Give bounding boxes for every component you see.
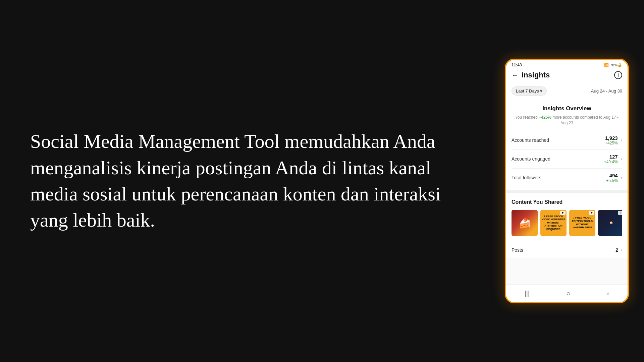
chevron-icon-3: › <box>621 175 622 181</box>
posts-label: Posts <box>512 247 523 253</box>
metric-value-block-2: 127 +49.4% <box>604 154 618 164</box>
thumbnails-row: ▶ 7 FREE STOCK VIDEO WEBSITES WITHOUT AT… <box>512 210 622 239</box>
date-filter-button[interactable]: Last 7 Days ▾ <box>512 86 547 96</box>
metric-label-accounts-reached: Accounts reached <box>512 137 549 143</box>
posts-value: 2 <box>615 247 618 253</box>
posts-chevron-icon: › <box>621 247 622 253</box>
status-icons: 📶 78%🔒 <box>604 63 622 67</box>
date-bar: Last 7 Days ▾ Aug 24 - Aug 30 <box>506 83 628 99</box>
page-title: Insights <box>522 71 614 79</box>
date-range-label: Aug 24 - Aug 30 <box>591 88 622 94</box>
metric-value-wrap-2: 127 +49.4% › <box>604 154 622 164</box>
thumb-badge-4: ○ <box>618 211 622 215</box>
insights-overview-section: Insights Overview You reached +425% more… <box>506 99 628 193</box>
thumbnail-1[interactable] <box>512 210 538 236</box>
phone-mockup: 11:43 📶 78%🔒 ← Insights i Last 7 Days ▾ … <box>505 59 629 303</box>
battery-text: 78%🔒 <box>610 63 622 67</box>
insights-overview-title: Insights Overview <box>512 105 622 112</box>
thumb-text-3: 7 FREE VIDEO EDITING TOOLS WITHOUT WATER… <box>569 215 595 230</box>
bottom-nav: ||| ○ ‹ <box>506 285 628 302</box>
nav-menu-icon[interactable]: ||| <box>519 288 535 299</box>
thumbnail-3[interactable]: ▶ 7 FREE VIDEO EDITING TOOLS WITHOUT WAT… <box>569 210 595 236</box>
metric-value-accounts-engaged: 127 <box>604 154 618 160</box>
thumb-badge-3: ▶ <box>589 211 594 215</box>
metric-change-total-followers: +5.5% <box>606 178 618 183</box>
subtitle-post: more accounts compared to Aug 17 - Aug 2… <box>551 115 619 125</box>
metric-row-accounts-reached[interactable]: Accounts reached 1,923 +425% › <box>512 131 622 149</box>
nav-home-icon[interactable]: ○ <box>561 288 576 299</box>
highlight-percent: +425% <box>539 115 551 120</box>
posts-row[interactable]: Posts 2 › <box>506 242 628 258</box>
content-shared-section: Content You Shared ▶ 7 FREE STOCK VIDEO … <box>506 193 628 242</box>
hero-text: Social Media Management Tool memudahkan … <box>30 128 483 233</box>
thumbnail-2[interactable]: ▶ 7 FREE STOCK VIDEO WEBSITES WITHOUT AT… <box>540 210 567 236</box>
app-header: ← Insights i <box>506 69 628 83</box>
chevron-icon-2: › <box>621 156 622 162</box>
metric-value-wrap-1: 1,923 +425% › <box>605 135 622 145</box>
info-button[interactable]: i <box>614 71 622 79</box>
thumb-text-4: 🍰 <box>608 220 614 226</box>
metric-value-wrap-3: 494 +5.5% › <box>606 173 622 183</box>
metric-change-accounts-engaged: +49.4% <box>604 160 618 164</box>
thumb-text-2: 7 FREE STOCK VIDEO WEBSITES WITHOUT ATTR… <box>540 214 567 232</box>
status-bar: 11:43 📶 78%🔒 <box>506 60 628 69</box>
thumb-badge-2: ▶ <box>560 211 566 215</box>
thumbnail-4[interactable]: ○ 🍰 <box>598 210 622 236</box>
metric-row-accounts-engaged[interactable]: Accounts engaged 127 +49.4% › <box>512 149 622 168</box>
overview-subtitle: You reached +425% more accounts compared… <box>512 115 622 126</box>
left-panel: Social Media Management Tool memudahkan … <box>0 102 503 260</box>
posts-value-wrap: 2 › <box>615 247 622 253</box>
metric-value-total-followers: 494 <box>606 173 618 178</box>
phone-body: Insights Overview You reached +425% more… <box>506 99 628 285</box>
nav-back-icon[interactable]: ‹ <box>602 288 615 299</box>
chevron-icon-1: › <box>621 137 622 143</box>
metric-value-block-1: 1,923 +425% <box>605 135 618 145</box>
status-time: 11:43 <box>512 63 522 67</box>
right-panel: 11:43 📶 78%🔒 ← Insights i Last 7 Days ▾ … <box>503 0 644 362</box>
subtitle-pre: You reached <box>515 115 539 120</box>
metric-row-total-followers[interactable]: Total followers 494 +5.5% › <box>512 168 622 187</box>
metric-value-block-3: 494 +5.5% <box>606 173 618 183</box>
content-shared-title: Content You Shared <box>512 199 622 205</box>
metric-change-accounts-reached: +425% <box>605 141 618 145</box>
wifi-icon: 📶 <box>604 63 609 67</box>
metric-label-total-followers: Total followers <box>512 175 541 180</box>
metric-label-accounts-engaged: Accounts engaged <box>512 156 550 162</box>
back-button[interactable]: ← <box>512 71 518 79</box>
metric-value-accounts-reached: 1,923 <box>605 135 618 141</box>
